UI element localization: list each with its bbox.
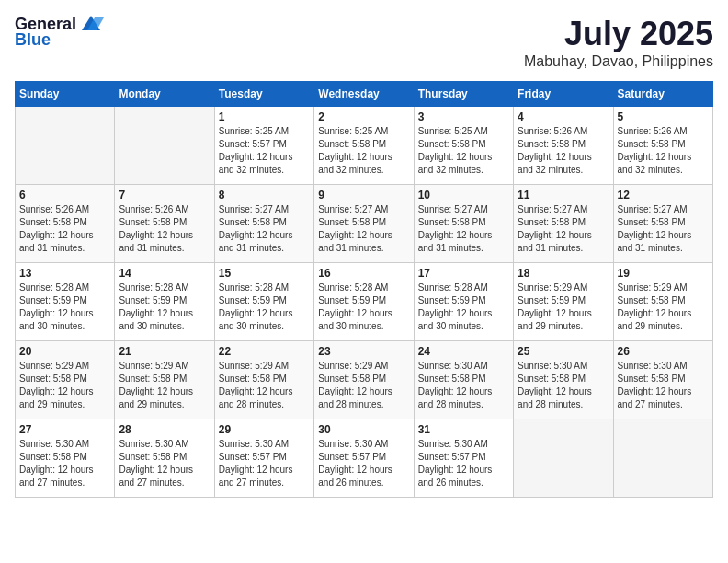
day-info: Sunrise: 5:30 AM Sunset: 5:58 PM Dayligh… <box>518 360 609 411</box>
calendar-week-row: 20Sunrise: 5:29 AM Sunset: 5:58 PM Dayli… <box>16 341 713 419</box>
day-info: Sunrise: 5:29 AM Sunset: 5:58 PM Dayligh… <box>119 360 210 411</box>
weekday-header-saturday: Saturday <box>613 82 712 107</box>
day-info: Sunrise: 5:28 AM Sunset: 5:59 PM Dayligh… <box>318 282 409 333</box>
calendar-cell: 14Sunrise: 5:28 AM Sunset: 5:59 PM Dayli… <box>115 263 214 341</box>
day-info: Sunrise: 5:26 AM Sunset: 5:58 PM Dayligh… <box>618 125 709 177</box>
day-number: 28 <box>119 423 210 436</box>
weekday-header-sunday: Sunday <box>16 82 115 107</box>
calendar-cell: 12Sunrise: 5:27 AM Sunset: 5:58 PM Dayli… <box>613 185 712 263</box>
day-number: 14 <box>119 267 210 280</box>
calendar-table: SundayMondayTuesdayWednesdayThursdayFrid… <box>15 81 713 498</box>
calendar-cell: 6Sunrise: 5:26 AM Sunset: 5:58 PM Daylig… <box>16 185 115 263</box>
day-info: Sunrise: 5:30 AM Sunset: 5:58 PM Dayligh… <box>119 438 210 489</box>
logo: General Blue <box>15 15 104 50</box>
calendar-cell: 29Sunrise: 5:30 AM Sunset: 5:57 PM Dayli… <box>214 419 313 498</box>
day-number: 16 <box>318 267 409 280</box>
day-number: 22 <box>219 345 310 358</box>
calendar-cell: 21Sunrise: 5:29 AM Sunset: 5:58 PM Dayli… <box>115 341 214 419</box>
calendar-cell: 2Sunrise: 5:25 AM Sunset: 5:58 PM Daylig… <box>314 107 414 185</box>
day-info: Sunrise: 5:25 AM Sunset: 5:58 PM Dayligh… <box>418 125 509 177</box>
day-info: Sunrise: 5:30 AM Sunset: 5:58 PM Dayligh… <box>19 438 110 489</box>
calendar-week-row: 6Sunrise: 5:26 AM Sunset: 5:58 PM Daylig… <box>16 185 713 263</box>
title-block: July 2025 Mabuhay, Davao, Philippines <box>524 15 713 70</box>
calendar-cell: 9Sunrise: 5:27 AM Sunset: 5:58 PM Daylig… <box>314 185 414 263</box>
weekday-header-thursday: Thursday <box>414 82 513 107</box>
day-number: 13 <box>19 267 110 280</box>
calendar-cell: 31Sunrise: 5:30 AM Sunset: 5:57 PM Dayli… <box>414 419 513 498</box>
weekday-header-friday: Friday <box>514 82 613 107</box>
calendar-cell: 20Sunrise: 5:29 AM Sunset: 5:58 PM Dayli… <box>16 341 115 419</box>
day-number: 8 <box>219 189 310 201</box>
logo-text-blue: Blue <box>15 30 51 50</box>
day-info: Sunrise: 5:27 AM Sunset: 5:58 PM Dayligh… <box>219 203 310 255</box>
day-number: 17 <box>418 267 509 280</box>
day-info: Sunrise: 5:28 AM Sunset: 5:59 PM Dayligh… <box>418 282 509 333</box>
day-number: 3 <box>418 110 509 123</box>
weekday-header-monday: Monday <box>115 82 214 107</box>
calendar-cell: 5Sunrise: 5:26 AM Sunset: 5:58 PM Daylig… <box>613 107 712 185</box>
calendar-cell <box>16 107 115 185</box>
logo-icon <box>78 14 104 34</box>
calendar-cell <box>115 107 214 185</box>
calendar-cell: 13Sunrise: 5:28 AM Sunset: 5:59 PM Dayli… <box>16 263 115 341</box>
day-info: Sunrise: 5:28 AM Sunset: 5:59 PM Dayligh… <box>119 282 210 333</box>
calendar-cell: 22Sunrise: 5:29 AM Sunset: 5:58 PM Dayli… <box>214 341 313 419</box>
day-info: Sunrise: 5:30 AM Sunset: 5:58 PM Dayligh… <box>618 360 709 411</box>
day-info: Sunrise: 5:29 AM Sunset: 5:58 PM Dayligh… <box>19 360 110 411</box>
calendar-cell: 15Sunrise: 5:28 AM Sunset: 5:59 PM Dayli… <box>214 263 313 341</box>
day-number: 27 <box>19 423 110 436</box>
day-info: Sunrise: 5:26 AM Sunset: 5:58 PM Dayligh… <box>19 203 110 255</box>
day-info: Sunrise: 5:29 AM Sunset: 5:59 PM Dayligh… <box>518 282 609 333</box>
calendar-cell: 16Sunrise: 5:28 AM Sunset: 5:59 PM Dayli… <box>314 263 414 341</box>
day-number: 31 <box>418 423 509 436</box>
calendar-cell: 11Sunrise: 5:27 AM Sunset: 5:58 PM Dayli… <box>514 185 613 263</box>
day-info: Sunrise: 5:30 AM Sunset: 5:57 PM Dayligh… <box>219 438 310 489</box>
day-number: 30 <box>318 423 409 436</box>
day-info: Sunrise: 5:25 AM Sunset: 5:58 PM Dayligh… <box>318 125 409 177</box>
day-info: Sunrise: 5:28 AM Sunset: 5:59 PM Dayligh… <box>19 282 110 333</box>
weekday-header-tuesday: Tuesday <box>214 82 313 107</box>
day-info: Sunrise: 5:30 AM Sunset: 5:57 PM Dayligh… <box>318 438 409 489</box>
day-number: 21 <box>119 345 210 358</box>
calendar-week-row: 13Sunrise: 5:28 AM Sunset: 5:59 PM Dayli… <box>16 263 713 341</box>
calendar-cell: 1Sunrise: 5:25 AM Sunset: 5:57 PM Daylig… <box>214 107 313 185</box>
day-info: Sunrise: 5:30 AM Sunset: 5:57 PM Dayligh… <box>418 438 509 489</box>
day-number: 2 <box>318 110 409 123</box>
day-info: Sunrise: 5:27 AM Sunset: 5:58 PM Dayligh… <box>518 203 609 255</box>
day-info: Sunrise: 5:29 AM Sunset: 5:58 PM Dayligh… <box>618 282 709 333</box>
calendar-cell: 17Sunrise: 5:28 AM Sunset: 5:59 PM Dayli… <box>414 263 513 341</box>
day-number: 23 <box>318 345 409 358</box>
day-number: 26 <box>618 345 709 358</box>
day-info: Sunrise: 5:27 AM Sunset: 5:58 PM Dayligh… <box>418 203 509 255</box>
day-info: Sunrise: 5:25 AM Sunset: 5:57 PM Dayligh… <box>219 125 310 177</box>
calendar-cell: 3Sunrise: 5:25 AM Sunset: 5:58 PM Daylig… <box>414 107 513 185</box>
day-number: 9 <box>318 189 409 201</box>
calendar-cell: 8Sunrise: 5:27 AM Sunset: 5:58 PM Daylig… <box>214 185 313 263</box>
day-number: 25 <box>518 345 609 358</box>
day-info: Sunrise: 5:26 AM Sunset: 5:58 PM Dayligh… <box>518 125 609 177</box>
day-info: Sunrise: 5:28 AM Sunset: 5:59 PM Dayligh… <box>219 282 310 333</box>
calendar-cell: 27Sunrise: 5:30 AM Sunset: 5:58 PM Dayli… <box>16 419 115 498</box>
day-info: Sunrise: 5:29 AM Sunset: 5:58 PM Dayligh… <box>219 360 310 411</box>
day-number: 4 <box>518 110 609 123</box>
day-number: 10 <box>418 189 509 201</box>
calendar-cell: 28Sunrise: 5:30 AM Sunset: 5:58 PM Dayli… <box>115 419 214 498</box>
calendar-cell: 18Sunrise: 5:29 AM Sunset: 5:59 PM Dayli… <box>514 263 613 341</box>
calendar-cell: 19Sunrise: 5:29 AM Sunset: 5:58 PM Dayli… <box>613 263 712 341</box>
day-number: 20 <box>19 345 110 358</box>
calendar-week-row: 27Sunrise: 5:30 AM Sunset: 5:58 PM Dayli… <box>16 419 713 498</box>
calendar-cell: 7Sunrise: 5:26 AM Sunset: 5:58 PM Daylig… <box>115 185 214 263</box>
day-number: 11 <box>518 189 609 201</box>
day-info: Sunrise: 5:29 AM Sunset: 5:58 PM Dayligh… <box>318 360 409 411</box>
calendar-cell: 25Sunrise: 5:30 AM Sunset: 5:58 PM Dayli… <box>514 341 613 419</box>
day-number: 15 <box>219 267 310 280</box>
month-title: July 2025 <box>524 15 713 53</box>
weekday-header-wednesday: Wednesday <box>314 82 414 107</box>
day-info: Sunrise: 5:27 AM Sunset: 5:58 PM Dayligh… <box>618 203 709 255</box>
calendar-cell: 10Sunrise: 5:27 AM Sunset: 5:58 PM Dayli… <box>414 185 513 263</box>
page-header: General Blue July 2025 Mabuhay, Davao, P… <box>15 15 713 70</box>
weekday-header-row: SundayMondayTuesdayWednesdayThursdayFrid… <box>16 82 713 107</box>
calendar-cell: 24Sunrise: 5:30 AM Sunset: 5:58 PM Dayli… <box>414 341 513 419</box>
day-number: 19 <box>618 267 709 280</box>
day-number: 5 <box>618 110 709 123</box>
